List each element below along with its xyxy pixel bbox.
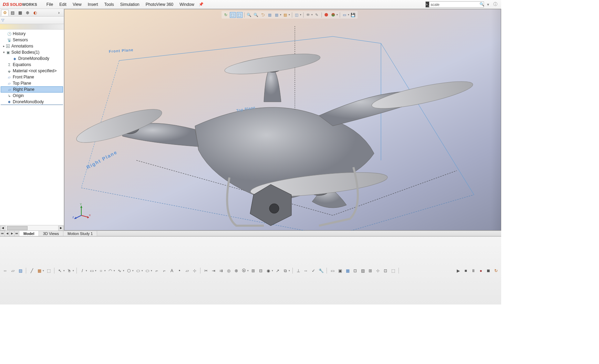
menu-simulation[interactable]: Simulation bbox=[117, 1, 143, 8]
graphics-viewport[interactable]: ↻ ⬚ ⬚ 🔍 🔍 ⮌ ▥ ▥▾ ▨▾ ◫▾ 👁▾ ✎ ▾ ▭▾ 💾 bbox=[64, 9, 501, 231]
display-relations-icon[interactable]: ⊞ bbox=[367, 268, 373, 274]
replay-button[interactable]: ↻ bbox=[493, 268, 499, 274]
panel-expand-button[interactable]: › bbox=[55, 10, 63, 16]
rectangle-tool-icon[interactable]: ▭ bbox=[89, 268, 95, 274]
menu-file[interactable]: File bbox=[43, 1, 56, 8]
play-button[interactable]: ▶ bbox=[455, 268, 461, 274]
menu-insert[interactable]: Insert bbox=[85, 1, 101, 8]
tree-equations[interactable]: ΣEquations bbox=[1, 62, 63, 68]
ellipse-tool-icon[interactable]: ⬭ bbox=[135, 268, 141, 274]
mirror-tool-icon[interactable]: ⦿ bbox=[241, 268, 247, 274]
line-tool-icon[interactable]: / bbox=[79, 268, 85, 274]
3dsketch-icon[interactable]: ▨ bbox=[17, 268, 23, 274]
scroll-left-button[interactable]: ◀ bbox=[0, 226, 6, 231]
chamfer-tool-icon[interactable]: ⌐ bbox=[161, 268, 167, 274]
extend-tool-icon[interactable]: ⇥ bbox=[210, 268, 217, 274]
redo-view-button[interactable]: ↻ bbox=[223, 12, 229, 18]
copy-tool-icon[interactable]: ⧉ bbox=[282, 268, 288, 274]
sketch-icon[interactable]: ▱ bbox=[10, 268, 16, 274]
plane-tool-icon[interactable]: ▱ bbox=[184, 268, 190, 274]
view-normal-icon[interactable]: ⬚ bbox=[390, 268, 396, 274]
tree-origin[interactable]: ↳Origin bbox=[1, 93, 63, 99]
scroll-right-button[interactable]: ▶ bbox=[58, 226, 64, 231]
tree-feature-body[interactable]: ◆DroneMonoBody bbox=[1, 99, 63, 105]
cursor-button[interactable]: ↖ bbox=[57, 268, 63, 274]
tree-sensors[interactable]: 📡Sensors bbox=[1, 37, 63, 43]
tab-3d-views[interactable]: 3D Views bbox=[39, 231, 63, 236]
help-icon[interactable]: ⓘ bbox=[492, 1, 498, 7]
tree-right-plane[interactable]: ▱Right Plane bbox=[1, 86, 63, 93]
fully-define-icon[interactable]: ✓ bbox=[310, 268, 317, 274]
tab-nav-last[interactable]: ⏭ bbox=[14, 231, 19, 236]
menu-edit[interactable]: Edit bbox=[56, 1, 70, 8]
apply-scene-button[interactable] bbox=[330, 12, 336, 18]
menu-photoview360[interactable]: PhotoView 360 bbox=[143, 1, 177, 8]
fillet-tool-icon[interactable]: ⌐ bbox=[154, 268, 160, 274]
point-tool-icon[interactable]: • bbox=[176, 268, 183, 274]
tree-front-plane[interactable]: ▱Front Plane bbox=[1, 74, 63, 80]
menu-view[interactable]: View bbox=[70, 1, 85, 8]
previous-view-button[interactable]: ⮌ bbox=[260, 12, 266, 18]
stop-button[interactable]: ⏹ bbox=[485, 268, 492, 274]
view-selector-button[interactable]: ⬚ bbox=[237, 12, 242, 18]
tab-model[interactable]: Model bbox=[19, 231, 39, 236]
instant2d-icon[interactable]: ⊡ bbox=[352, 268, 358, 274]
perimeter-icon[interactable]: ⬚ bbox=[45, 268, 52, 274]
sketch-block-icon[interactable]: ▣ bbox=[337, 268, 343, 274]
tree-solid-bodies[interactable]: ▾▣Solid Bodies(1) bbox=[1, 49, 63, 55]
construction-icon[interactable]: ⊡ bbox=[382, 268, 389, 274]
tab-property-manager[interactable]: ▤ bbox=[9, 10, 16, 16]
tab-motion-study-1[interactable]: Motion Study 1 bbox=[63, 231, 97, 236]
edit-appearance-button[interactable] bbox=[323, 12, 329, 18]
menu-tools[interactable]: Tools bbox=[101, 1, 117, 8]
pin-icon[interactable]: 📌 bbox=[199, 2, 204, 7]
rapid-sketch-icon[interactable]: ▦ bbox=[344, 268, 351, 274]
tree-annotations[interactable]: ▸🄰Annotations bbox=[1, 43, 63, 49]
text-tool-icon[interactable]: A bbox=[169, 268, 175, 274]
orientation-triad[interactable]: X Y Z bbox=[72, 202, 91, 221]
polygon-tool-icon[interactable]: ⬡ bbox=[126, 268, 132, 274]
panel-horizontal-scrollbar[interactable]: ◀ ▶ bbox=[0, 225, 64, 231]
centerline-tool-icon[interactable]: ⊹ bbox=[192, 268, 198, 274]
menu-window[interactable]: Window bbox=[176, 1, 197, 8]
save-view-button[interactable]: 💾 bbox=[350, 12, 356, 18]
relation-icon[interactable]: ⊥ bbox=[295, 268, 301, 274]
visibility-button[interactable]: 👁 bbox=[305, 12, 311, 18]
intersect-tool-icon[interactable]: ⊗ bbox=[233, 268, 239, 274]
repair-sketch-icon[interactable]: 🔧 bbox=[318, 268, 324, 274]
filter-icon[interactable]: ▽ bbox=[1, 18, 4, 22]
scroll-thumb[interactable] bbox=[7, 226, 28, 230]
shaded-sketch-icon[interactable]: ▨ bbox=[360, 268, 366, 274]
spline-tool-icon[interactable]: ∿ bbox=[116, 268, 123, 274]
circular-pattern-icon[interactable]: ◉ bbox=[265, 268, 271, 274]
grid-icon[interactable]: ▦ bbox=[36, 268, 42, 274]
zoom-to-area-button[interactable]: 🔍 bbox=[253, 12, 259, 18]
search-dropdown[interactable]: ▾ bbox=[486, 2, 490, 7]
step-button[interactable]: ■ bbox=[463, 268, 469, 274]
display-style-button[interactable]: ▨ bbox=[282, 12, 288, 18]
arc-tool-icon[interactable]: ◠ bbox=[107, 268, 113, 274]
record-button[interactable]: ● bbox=[478, 268, 484, 274]
command-search[interactable]: >_ 🔍 bbox=[425, 1, 484, 8]
tab-dimxpert-manager[interactable]: ⊕ bbox=[24, 10, 31, 16]
tab-feature-manager[interactable]: ⚙ bbox=[1, 10, 9, 16]
sketch-picture-icon[interactable]: ▭ bbox=[329, 268, 335, 274]
quick-snaps-icon[interactable]: ⊹ bbox=[375, 268, 381, 274]
search-icon[interactable]: 🔍 bbox=[479, 2, 484, 7]
feature-tree[interactable]: 🕑History 📡Sensors ▸🄰Annotations ▾▣Solid … bbox=[0, 30, 64, 231]
offset-tool-icon[interactable]: ⇉ bbox=[218, 268, 224, 274]
tree-history[interactable]: 🕑History bbox=[1, 31, 63, 37]
edit-button[interactable]: ✎ bbox=[314, 12, 320, 18]
circle-tool-icon[interactable]: ○ bbox=[98, 268, 104, 274]
view-orientation-button[interactable]: ⬚ bbox=[230, 12, 236, 18]
select-button[interactable]: 🖱 bbox=[66, 268, 72, 274]
tree-solid-body-child[interactable]: ◆DroneMonoBody bbox=[1, 55, 63, 62]
trim-tool-icon[interactable]: ✂ bbox=[203, 268, 209, 274]
tree-top-plane[interactable]: ▱Top Plane bbox=[1, 80, 63, 86]
line-icon[interactable]: ╱ bbox=[29, 268, 35, 274]
pattern-tool-icon[interactable]: ⊞ bbox=[250, 268, 256, 274]
convert-tool-icon[interactable]: ◎ bbox=[226, 268, 232, 274]
tab-configuration-manager[interactable]: ▦ bbox=[16, 10, 24, 16]
tab-nav-next[interactable]: ▶ bbox=[10, 231, 14, 236]
tree-material[interactable]: ⬙Material <not specified> bbox=[1, 68, 63, 74]
